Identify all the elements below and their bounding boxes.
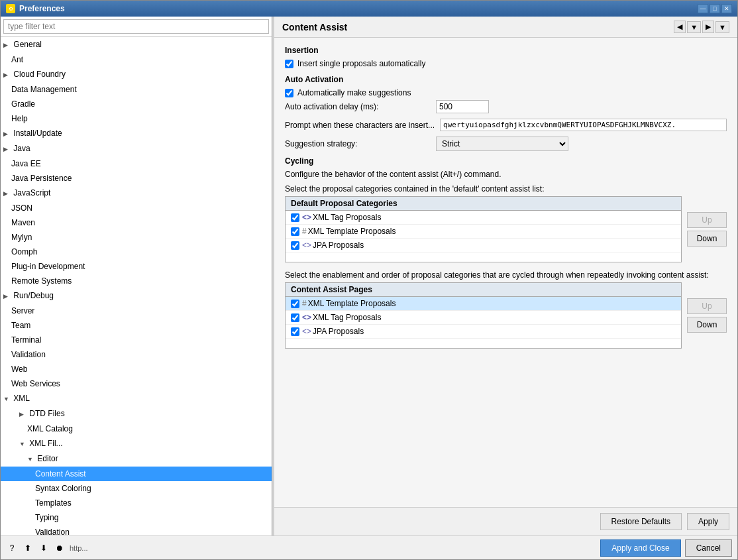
tree-item-xml-catalog[interactable]: XML Catalog (1, 421, 272, 436)
nav-forward-dropdown[interactable]: ▼ (715, 21, 729, 33)
tree-item-general[interactable]: ▶ General (1, 37, 272, 52)
prompt-chars-input[interactable] (440, 119, 727, 131)
tree-item-team[interactable]: Team (1, 318, 272, 333)
default-proposals-up-button[interactable]: Up (687, 212, 727, 228)
default-proposals-down-button[interactable]: Down (687, 231, 727, 247)
expand-arrow-general: ▶ (3, 39, 11, 51)
tree-item-help[interactable]: Help (1, 111, 272, 126)
suggestion-strategy-select[interactable]: Strict Liberal (436, 137, 568, 151)
default-proposals-container: Default Proposal Categories <> XML Tag P… (285, 196, 727, 262)
maximize-button[interactable]: □ (710, 4, 720, 13)
nav-back-button[interactable]: ◀ (674, 21, 686, 33)
tree-item-maven[interactable]: Maven (1, 215, 272, 230)
panel-title: Content Assist (282, 22, 347, 32)
apply-button[interactable]: Apply (687, 513, 729, 530)
tree-item-terminal[interactable]: Terminal (1, 333, 272, 347)
tree-item-xml[interactable]: ▼ XML (1, 391, 272, 406)
cycling-desc: Configure the behavior of the content as… (285, 170, 727, 179)
xml-tag-proposals-checkbox-2[interactable] (291, 313, 299, 322)
tree-item-json[interactable]: JSON (1, 201, 272, 215)
tree-item-web[interactable]: Web (1, 362, 272, 376)
tree-item-run-debug[interactable]: ▶ Run/Debug (1, 288, 272, 304)
default-proposals-buttons: Up Down (687, 196, 727, 262)
import-icon[interactable]: ⬇ (38, 542, 50, 554)
tree-item-oomph[interactable]: Oomph (1, 245, 272, 259)
tree-item-install[interactable]: ▶ Install/Update (1, 126, 272, 141)
content-assist-pages-desc: Select the enablement and order of propo… (285, 270, 727, 280)
tree-item-java-persistence[interactable]: Java Persistence (1, 171, 272, 186)
filter-input[interactable] (3, 19, 269, 34)
expand-arrow-java: ▶ (3, 143, 11, 155)
expand-arrow-run-debug: ▶ (3, 290, 11, 302)
tree-item-content-assist[interactable]: Content Assist (1, 467, 272, 481)
cancel-button[interactable]: Cancel (685, 539, 732, 557)
single-proposals-checkbox[interactable] (285, 60, 293, 68)
cycling-title: Cycling (285, 156, 727, 166)
right-panel: Content Assist ◀ ▼ ▶ ▼ Insertion Insert … (274, 17, 737, 535)
filter-box (1, 17, 272, 37)
tree-item-validation2[interactable]: Validation (1, 525, 272, 535)
xml-template-proposals-checkbox-1[interactable] (291, 227, 299, 236)
tree-item-gradle[interactable]: Gradle (1, 97, 272, 111)
tree-item-validation[interactable]: Validation (1, 347, 272, 362)
window-icon: ⚙ (6, 4, 15, 13)
tree-item-java-ee[interactable]: Java EE (1, 156, 272, 171)
tree-item-templates[interactable]: Templates (1, 496, 272, 510)
title-bar-left: ⚙ Preferences (6, 4, 65, 13)
content-assist-pages-item-2: <> XML Tag Proposals (286, 311, 681, 325)
content-assist-pages-header: Content Assist Pages (286, 283, 681, 297)
title-bar: ⚙ Preferences — □ ✕ (1, 1, 737, 17)
tree-item-syntax-coloring[interactable]: Syntax Coloring (1, 481, 272, 496)
activation-delay-input[interactable] (436, 100, 489, 113)
expand-arrow-xml: ▼ (3, 393, 11, 405)
tree-container[interactable]: ▶ General Ant ▶ Cloud Foundry Data Manag… (1, 37, 272, 535)
jpa-proposals-checkbox-1[interactable] (291, 241, 299, 250)
suggestion-strategy-label: Suggestion strategy: (285, 139, 431, 148)
nav-forward-button[interactable]: ▶ (702, 21, 714, 33)
apply-and-close-button[interactable]: Apply and Close (600, 539, 680, 557)
tree-item-java[interactable]: ▶ Java (1, 141, 272, 156)
minimize-button[interactable]: — (698, 4, 708, 13)
nav-back-dropdown[interactable]: ▼ (687, 21, 701, 33)
default-proposals-header: Default Proposal Categories (286, 197, 681, 211)
tree-item-mylyn[interactable]: Mylyn (1, 230, 272, 245)
tree-item-plugin-dev[interactable]: Plug-in Development (1, 259, 272, 274)
content-assist-pages-item-1: # XML Template Proposals (286, 297, 681, 311)
record-icon[interactable]: ⏺ (54, 542, 66, 554)
nav-arrows: ◀ ▼ ▶ ▼ (674, 21, 729, 33)
auto-suggestions-checkbox[interactable] (285, 89, 293, 97)
help-icon[interactable]: ? (6, 542, 18, 554)
default-proposals-item-1: <> XML Tag Proposals (286, 211, 681, 225)
xml-template-proposals-label-1: # XML Template Proposals (302, 227, 395, 236)
prompt-chars-row: Prompt when these characters are insert.… (285, 119, 727, 131)
tree-item-javascript[interactable]: ▶ JavaScript (1, 186, 272, 201)
tree-item-data-mgmt[interactable]: Data Management (1, 82, 272, 97)
xml-template-proposals-checkbox-2[interactable] (291, 300, 299, 308)
right-body: Insertion Insert single proposals automa… (274, 38, 737, 507)
content-assist-pages-up-button[interactable]: Up (687, 298, 727, 314)
close-button[interactable]: ✕ (721, 4, 732, 13)
restore-defaults-button[interactable]: Restore Defaults (600, 513, 682, 530)
window-controls[interactable]: — □ ✕ (698, 4, 732, 13)
tree-item-web-services[interactable]: Web Services (1, 376, 272, 391)
bottom-buttons: Restore Defaults Apply (274, 507, 737, 535)
footer-bar: ? ⬆ ⬇ ⏺ http... Apply and Close Cancel (1, 535, 737, 559)
tree-item-xml-files[interactable]: ▼ XML Fil... (1, 436, 272, 451)
prompt-chars-label: Prompt when these characters are insert.… (285, 121, 435, 130)
expand-arrow-dtd: ▶ (19, 408, 27, 420)
jpa-proposals-checkbox-2[interactable] (291, 327, 299, 336)
tree-item-cloud-foundry[interactable]: ▶ Cloud Foundry (1, 67, 272, 82)
export-icon[interactable]: ⬆ (22, 542, 34, 554)
tree-item-server[interactable]: Server (1, 304, 272, 318)
expand-arrow-editor: ▼ (27, 453, 35, 465)
tree-item-remote-systems[interactable]: Remote Systems (1, 274, 272, 288)
content-assist-pages-down-button[interactable]: Down (687, 317, 727, 333)
tree-item-typing[interactable]: Typing (1, 510, 272, 525)
tree-item-dtd-files[interactable]: ▶ DTD Files (1, 406, 272, 421)
xml-tag-proposals-label-2: <> XML Tag Proposals (302, 313, 381, 322)
tree-item-editor[interactable]: ▼ Editor (1, 451, 272, 467)
single-proposals-row: Insert single proposals automatically (285, 59, 727, 68)
expand-arrow-install: ▶ (3, 128, 11, 140)
tree-item-ant[interactable]: Ant (1, 52, 272, 67)
xml-tag-proposals-checkbox-1[interactable] (291, 213, 299, 222)
